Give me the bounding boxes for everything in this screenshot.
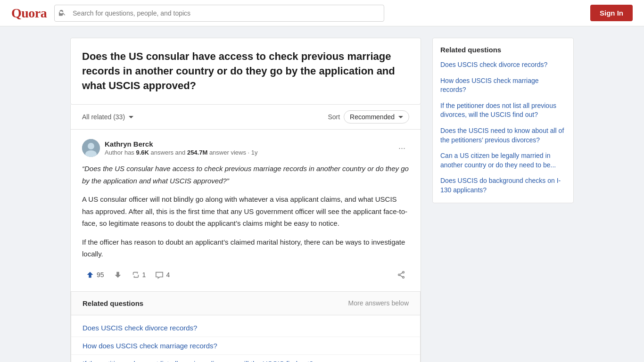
answer-author-row: Kathryn Berck Author has 9.6K answers an… [82, 139, 409, 157]
sidebar-related-card: Related questions Does USCIS check divor… [432, 38, 574, 203]
related-link[interactable]: How does USCIS check marriage records? [71, 337, 420, 355]
chevron-down-icon [129, 116, 133, 118]
author-answers-suffix: answers and [149, 149, 187, 156]
sidebar-related-title: Related questions [440, 46, 566, 54]
more-options-button[interactable]: ··· [395, 141, 409, 155]
author-details: Kathryn Berck Author has 9.6K answers an… [105, 140, 257, 156]
answer-paragraph-1: A US consular officer will not blindly g… [82, 193, 409, 230]
author-name[interactable]: Kathryn Berck [105, 140, 257, 149]
related-card-header: Related questions More answers below [71, 292, 420, 315]
comment-button[interactable]: 4 [151, 268, 173, 282]
sidebar-related-link[interactable]: Does USCIS do background checks on I-130… [440, 176, 566, 195]
related-links: Does USCIS check divorce records?How doe… [71, 315, 420, 362]
answers-section: All related (33) Sort Recommended [70, 105, 421, 362]
sort-value: Recommended [350, 113, 395, 121]
more-answers-label: More answers below [348, 299, 409, 307]
share-icon [397, 271, 405, 279]
related-card: Related questions More answers below Doe… [71, 292, 421, 362]
upvote-button[interactable]: 95 [82, 268, 108, 282]
svg-point-5 [398, 274, 400, 276]
avatar [82, 139, 100, 157]
sidebar-related-link[interactable]: Does the USCIS need to know about all of… [440, 126, 566, 145]
upvote-count: 95 [97, 271, 104, 279]
sort-chevron-icon [398, 116, 403, 118]
sidebar-related-link[interactable]: How does USCIS check marriage records? [440, 76, 566, 95]
downvote-icon [114, 271, 122, 279]
search-container [54, 5, 384, 22]
main-content: Does the US consular have access to chec… [70, 38, 421, 362]
author-meta-prefix: Author has [105, 149, 136, 156]
upvote-icon [86, 271, 94, 279]
author-views-suffix: answer views · 1y [207, 149, 257, 156]
repost-icon [132, 271, 140, 279]
related-card-title: Related questions [83, 299, 143, 307]
sidebar-links: Does USCIS check divorce records?How doe… [440, 60, 566, 195]
author-meta: Author has 9.6K answers and 254.7M answe… [105, 149, 257, 157]
repost-count: 1 [142, 271, 146, 279]
sidebar-related-link[interactable]: Does USCIS check divorce records? [440, 60, 566, 70]
svg-point-4 [403, 276, 405, 278]
sort-container: Sort Recommended [328, 110, 409, 123]
share-button[interactable] [393, 268, 409, 282]
quora-logo[interactable]: Quora [11, 6, 47, 21]
sidebar: Related questions Does USCIS check divor… [432, 38, 574, 203]
answer-paragraph-2: If the officer has reason to doubt an ap… [82, 236, 409, 260]
action-bar: 95 1 4 [82, 268, 409, 282]
comment-count: 4 [166, 271, 170, 279]
page-body: Does the US consular have access to chec… [63, 38, 581, 362]
answers-toolbar: All related (33) Sort Recommended [71, 105, 421, 130]
downvote-button[interactable] [110, 268, 126, 282]
all-related-button[interactable]: All related (33) [82, 113, 133, 121]
sign-in-button[interactable]: Sign In [590, 5, 633, 21]
repost-button[interactable]: 1 [128, 268, 150, 282]
svg-line-6 [400, 272, 402, 274]
sidebar-related-link[interactable]: If the petitioner does not list all prev… [440, 101, 566, 120]
question-card: Does the US consular have access to chec… [70, 38, 421, 105]
related-link[interactable]: If the petitioner does not list all prev… [71, 355, 420, 362]
answer-quote: “Does the US consular have access to che… [82, 163, 409, 187]
answer-card: Kathryn Berck Author has 9.6K answers an… [71, 130, 421, 292]
sort-dropdown[interactable]: Recommended [344, 110, 409, 123]
author-info: Kathryn Berck Author has 9.6K answers an… [82, 139, 257, 157]
question-title: Does the US consular have access to chec… [82, 49, 409, 93]
svg-line-7 [400, 275, 402, 277]
search-input[interactable] [54, 5, 384, 22]
all-related-label: All related (33) [82, 113, 125, 121]
svg-point-1 [88, 143, 94, 149]
header-right: Sign In [590, 5, 633, 21]
author-answers-count: 9.6K [136, 149, 149, 156]
author-views-count: 254.7M [187, 149, 207, 156]
header: Quora Sign In [0, 0, 644, 26]
search-icon [59, 9, 66, 17]
svg-point-3 [403, 272, 405, 273]
sidebar-related-link[interactable]: Can a US citizen be legally married in a… [440, 151, 566, 170]
related-link[interactable]: Does USCIS check divorce records? [71, 319, 420, 337]
comment-icon [155, 271, 164, 279]
sort-label: Sort [328, 113, 340, 121]
answer-text: “Does the US consular have access to che… [82, 163, 409, 260]
